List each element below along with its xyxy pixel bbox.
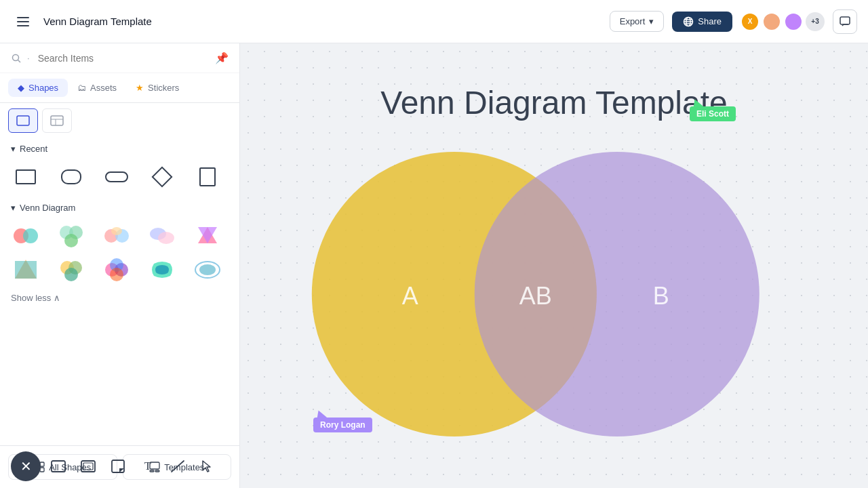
tool-pointer[interactable]: [195, 454, 220, 479]
shape-pill[interactable]: [99, 162, 134, 192]
tab-shapes[interactable]: ◆ Shapes: [8, 79, 68, 97]
chevron-down-icon: ▾: [649, 16, 654, 26]
globe-icon: [683, 16, 694, 27]
shape-document[interactable]: [190, 162, 225, 192]
venn-shape-5[interactable]: [190, 221, 225, 251]
venn-shape-3[interactable]: [99, 221, 134, 251]
svg-line-11: [18, 60, 21, 62]
close-icon: ✕: [20, 458, 32, 474]
recent-section-header[interactable]: ▾ Recent: [8, 138, 231, 159]
show-less-button[interactable]: Show less ∧: [8, 290, 63, 308]
rory-cursor-label: Rory Logan: [313, 418, 372, 432]
tool-sticky[interactable]: [106, 454, 130, 479]
venn-label: Venn Diagram: [20, 203, 75, 213]
pin-icon[interactable]: 📌: [215, 52, 229, 64]
tool-text[interactable]: T: [136, 454, 160, 479]
share-button[interactable]: Share: [672, 12, 732, 32]
venn-shape-2[interactable]: [54, 221, 89, 251]
svg-rect-13: [51, 116, 63, 125]
comment-button[interactable]: [833, 9, 857, 34]
share-label: Share: [698, 16, 722, 26]
venn-svg: A AB B: [305, 131, 766, 457]
hamburger-icon: [17, 17, 29, 26]
rectangle-tool-icon: [51, 460, 66, 472]
export-button[interactable]: Export ▾: [610, 11, 665, 32]
avatar-1: [762, 12, 781, 31]
stickers-icon: ★: [136, 83, 144, 93]
bottom-toolbar: ✕ T: [0, 445, 868, 488]
cursor-rory: Rory Logan: [313, 410, 372, 432]
shape-rounded-rectangle[interactable]: [54, 162, 89, 192]
canvas-title: Venn Diagram Template: [380, 84, 727, 121]
svg-point-8: [789, 23, 798, 29]
svg-text:B: B: [653, 282, 669, 310]
canvas[interactable]: Venn Diagram Template A AB B: [240, 43, 868, 488]
venn-shape-1[interactable]: [8, 221, 43, 251]
svg-marker-27: [15, 261, 37, 279]
svg-point-5: [769, 17, 775, 23]
close-button[interactable]: ✕: [11, 451, 41, 481]
tool-frame[interactable]: [76, 454, 100, 479]
document-title: Venn Diagram Template: [43, 16, 601, 27]
svg-point-23: [111, 227, 122, 235]
chevron-down-icon: ▾: [11, 203, 16, 213]
shapes-panel: ▾ Recent ▾ Venn Diagram: [0, 133, 239, 445]
svg-text:A: A: [402, 282, 418, 310]
svg-point-10: [13, 54, 19, 60]
venn-shapes-grid: [8, 218, 231, 290]
svg-point-7: [791, 17, 797, 23]
sub-tab-advanced[interactable]: [42, 108, 72, 133]
avatar-overflow-count: +3: [806, 12, 825, 31]
search-icon: [11, 53, 22, 64]
venn-shape-6[interactable]: [8, 255, 43, 285]
venn-shape-4[interactable]: [144, 221, 180, 251]
export-label: Export: [620, 16, 646, 26]
venn-shape-9[interactable]: [144, 255, 180, 285]
tool-line[interactable]: [165, 454, 190, 479]
svg-rect-55: [112, 460, 124, 472]
venn-shape-7[interactable]: [54, 255, 89, 285]
recent-shapes-grid: [8, 159, 231, 197]
tab-assets[interactable]: 🗂 Assets: [68, 79, 126, 97]
comment-icon: [839, 16, 851, 28]
svg-point-17: [23, 228, 38, 243]
menu-button[interactable]: [11, 9, 35, 34]
shape-rectangle[interactable]: [8, 162, 43, 192]
svg-line-56: [172, 461, 184, 472]
avatar-2: [784, 12, 803, 31]
tab-bar: ◆ Shapes 🗂 Assets ★ Stickers: [0, 73, 239, 103]
frame-tool-icon: [81, 460, 96, 472]
chevron-up-icon: ∧: [54, 293, 60, 303]
svg-rect-12: [17, 116, 29, 125]
svg-text:AB: AB: [519, 282, 552, 310]
svg-point-34: [110, 268, 123, 281]
shapes-icon: ◆: [18, 83, 24, 93]
venn-diagram[interactable]: A AB B: [305, 131, 766, 460]
venn-shape-8[interactable]: [99, 255, 134, 285]
avatar-x: X: [741, 12, 760, 31]
svg-point-6: [767, 23, 776, 29]
shape-sub-tabs: [0, 103, 239, 133]
svg-point-25: [158, 232, 174, 244]
cursor-eli: Eli Scott: [690, 99, 736, 121]
svg-point-30: [64, 268, 78, 281]
collaborator-avatars: X +3: [741, 12, 825, 31]
sub-tab-basic[interactable]: [8, 108, 38, 133]
sidebar: · 📌 ◆ Shapes 🗂 Assets ★ Stickers: [0, 43, 240, 488]
header: Venn Diagram Template Export ▾ Share X +…: [0, 0, 868, 43]
tab-stickers[interactable]: ★ Stickers: [126, 79, 189, 97]
search-input[interactable]: [38, 53, 210, 64]
svg-rect-9: [840, 17, 850, 24]
venn-shape-10[interactable]: [190, 255, 225, 285]
venn-section-header[interactable]: ▾ Venn Diagram: [8, 197, 231, 218]
recent-label: Recent: [20, 144, 47, 154]
text-tool-icon: T: [144, 460, 151, 473]
tool-rectangle[interactable]: [46, 454, 71, 479]
svg-rect-52: [52, 461, 65, 472]
line-tool-icon: [170, 460, 185, 473]
assets-icon: 🗂: [77, 83, 86, 93]
shape-diamond[interactable]: [144, 162, 180, 192]
svg-point-20: [64, 234, 78, 247]
pointer-tool-icon: [201, 460, 214, 473]
chevron-down-icon: ▾: [11, 144, 16, 154]
